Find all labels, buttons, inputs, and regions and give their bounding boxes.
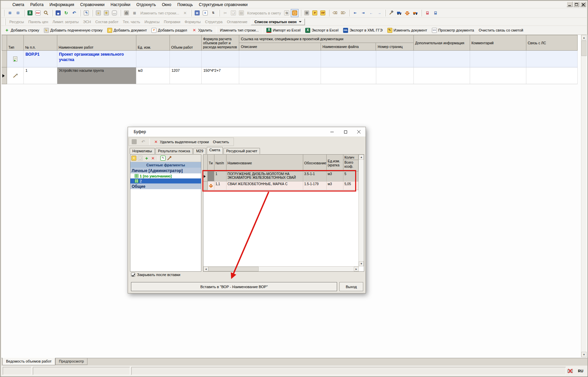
excel-view-button[interactable]: X	[26, 9, 34, 17]
grid-col-basis[interactable]: Обоснование	[303, 155, 327, 171]
copy-pages-button[interactable]: ⧉	[283, 9, 290, 17]
copy-to-estimate-label[interactable]: Копировать в смету	[246, 11, 283, 15]
tab-resource-calc[interactable]: Ресурсный расчет	[223, 148, 260, 154]
catalog-button[interactable]: ⌸	[432, 9, 439, 17]
panel-prices[interactable]: Панель цен	[26, 19, 50, 25]
tab-search-results[interactable]: Результаты поиска	[155, 148, 193, 154]
labor-button[interactable]	[387, 9, 395, 17]
link-file-cell[interactable]	[321, 67, 376, 84]
ls-link-cell[interactable]	[526, 51, 578, 67]
menu-pomosch[interactable]: Помощь	[174, 2, 196, 8]
new-fragment-button[interactable]: ✦	[131, 155, 137, 161]
type-cell[interactable]	[7, 67, 24, 84]
scroll-right-button[interactable]: ►	[354, 267, 359, 271]
add-fragment-button[interactable]: +	[144, 155, 149, 161]
buffer-button[interactable]: ▢	[291, 9, 299, 17]
comment-button[interactable]: …	[111, 9, 118, 17]
outdent-first-button[interactable]: ⇤	[351, 9, 359, 17]
col-header-unit[interactable]: Ед. изм.	[136, 35, 170, 51]
tree-group-personal[interactable]: Личные [Администратор]	[130, 168, 201, 173]
num-cell[interactable]: 1	[214, 171, 226, 181]
col-header-ls-link[interactable]: Связь с ЛС	[526, 35, 578, 51]
tab-preview[interactable]: Предпросмотр	[55, 358, 88, 365]
settings-hammer-button[interactable]: ⚙	[303, 9, 311, 17]
add-section-button[interactable]: РДобавить раздел	[149, 26, 189, 34]
calculator-button[interactable]: ▦	[193, 9, 201, 17]
indent-button[interactable]: →	[375, 9, 383, 17]
tab-vor-sheet[interactable]: Ведомость объемов работ	[2, 358, 55, 365]
tree-item-selected[interactable]: 2	[130, 178, 201, 183]
menu-spravochniki[interactable]: Справочники	[77, 2, 108, 8]
clear-link-button[interactable]: Очистить связь со сметой	[476, 26, 526, 34]
scroll-up-button[interactable]: ▲	[359, 155, 364, 160]
open-windows-button[interactable]: Список открытых окон	[251, 18, 305, 25]
vertical-scrollbar[interactable]: ▲ ▼	[581, 35, 587, 357]
panel-resources[interactable]: Ресурсы	[7, 19, 26, 25]
panel-esn[interactable]: ЭСН	[81, 19, 93, 25]
paste-button[interactable]: ▤	[238, 9, 245, 17]
indent-first-button[interactable]: ⇥	[359, 9, 367, 17]
scroll-down-button[interactable]: ▼	[359, 261, 364, 266]
sweep-button[interactable]: ⌫	[331, 9, 339, 17]
outdent-button[interactable]: ←	[367, 9, 375, 17]
type-cell[interactable]	[7, 51, 24, 67]
return-to-buffer-button[interactable]: ↰	[82, 9, 90, 17]
dialog-minimize-button[interactable]	[325, 127, 339, 137]
tab-smeta[interactable]: Смета	[207, 147, 223, 154]
qty-cell[interactable]: 5,05	[343, 181, 358, 190]
grid-col-ti[interactable]: Ти	[208, 155, 214, 171]
panel-toc[interactable]: Оглавление	[225, 19, 249, 25]
page-edit-button[interactable]: +	[201, 9, 209, 17]
delete-fragment-button[interactable]: ✕	[150, 155, 156, 161]
tab-normativy[interactable]: Нормативы	[130, 148, 155, 154]
name-cell-selected[interactable]: Устройство насыпи грунта	[57, 67, 136, 84]
checkbox-checked[interactable]	[131, 273, 135, 277]
buffer-row-1[interactable]: 1 ПОГРУЖЕНИЕ ДИЗЕЛЬ-МОЛОТОМ НА ЭКСКАВАТО…	[203, 171, 364, 181]
machines-button[interactable]	[395, 9, 403, 17]
panel-formulas[interactable]: Формулы	[183, 19, 203, 25]
panel-indexes[interactable]: Индексы	[142, 19, 161, 25]
col-header-formula[interactable]: Формула расчета объемов работ и расхода …	[202, 35, 239, 51]
grid-col-qty[interactable]: Колич Всего коэф.	[343, 155, 358, 171]
volume-cell[interactable]	[170, 51, 202, 67]
menu-strukturnye-spravochniki[interactable]: Структурные справочники	[196, 2, 251, 8]
menu-nastroyki[interactable]: Настройки	[108, 2, 133, 8]
change-row-type-button[interactable]: Изменить тип строки...	[218, 26, 261, 34]
table-row-work[interactable]: 1 Устройство насыпи грунта м3 1207 150*4…	[2, 67, 578, 84]
col-header-link-group[interactable]: Ссылка на чертежи, спецификации в проект…	[239, 35, 414, 51]
basis-cell[interactable]: 3.5-1-1	[303, 171, 327, 181]
cancel-gray-button[interactable]: ✕	[181, 9, 189, 17]
search-button[interactable]	[42, 9, 50, 17]
print-button[interactable]: ⎙	[123, 9, 130, 17]
extra-cell[interactable]	[414, 51, 470, 67]
equipment-button[interactable]	[411, 9, 419, 17]
link-pages-cell[interactable]	[376, 51, 414, 67]
sort-button[interactable]: ⇅	[209, 9, 217, 17]
import-excel-button[interactable]: XИмпорт из Excel	[264, 26, 303, 34]
name-cell[interactable]: Проект организации земельного участка	[57, 51, 136, 67]
grid-vertical-scrollbar[interactable]: ▲ ▼	[358, 155, 364, 266]
grid-horizontal-scrollbar[interactable]: ◄ ►	[203, 266, 359, 271]
name-cell[interactable]: СВАИ ЖЕЛЕЗОБЕТОННЫЕ, МАРКА С	[226, 181, 303, 190]
scrollbar-thumb[interactable]	[208, 267, 259, 271]
tree-group-common[interactable]: Общие	[130, 183, 201, 189]
scroll-left-button[interactable]: ◄	[203, 267, 208, 271]
normative-base-button[interactable]: ⌸	[423, 9, 431, 17]
panel-limit-costs[interactable]: Лимит. затраты	[51, 19, 81, 25]
tab-m29[interactable]: М29	[193, 148, 206, 154]
num-cell[interactable]: 1	[24, 67, 57, 84]
tree-item-default[interactable]: 1 [по умолчанию]	[130, 173, 201, 178]
grid-col-num[interactable]: №п/п	[214, 155, 226, 171]
link-desc-cell[interactable]	[239, 67, 321, 84]
cut-button[interactable]: ✂	[221, 9, 229, 17]
resource-p-button[interactable]: Р	[311, 9, 319, 17]
col-header-name[interactable]: Наименование работ	[57, 35, 136, 51]
language-indicator[interactable]: RU	[575, 369, 586, 373]
clear-buffer-button[interactable]: Очистить	[211, 139, 231, 145]
panel-corrections[interactable]: Поправки	[162, 19, 182, 25]
add-row-button[interactable]: +Добавить строку	[2, 26, 42, 34]
col-header-link-pages[interactable]: Номер страниц	[376, 43, 413, 50]
scrollbar-thumb[interactable]	[581, 41, 587, 56]
table-row-section[interactable]: ВОР.Р1 Проект организации земельного уча…	[2, 51, 578, 67]
panel-work-composition[interactable]: Состав работ	[93, 19, 121, 25]
